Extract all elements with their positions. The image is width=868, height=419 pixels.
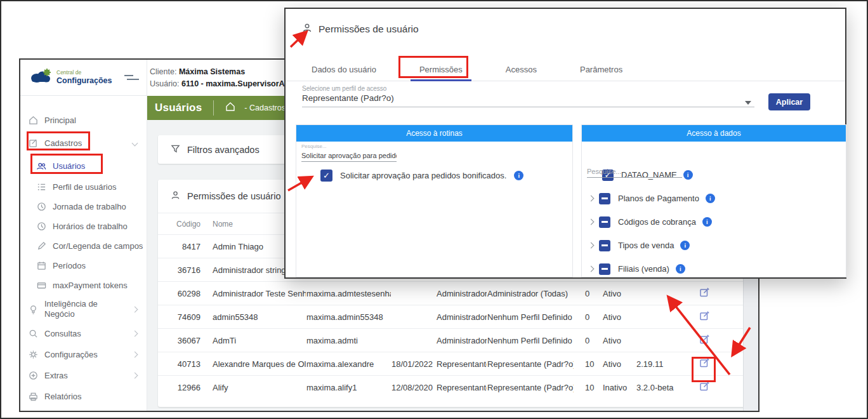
app-logo: Central de Configurações: [20, 60, 147, 96]
data-access-tree: DATAO_NAME Planos de Pagamento Códigos d…: [582, 163, 846, 277]
chevron-right-icon[interactable]: [588, 196, 595, 202]
tree-item-codigos-de-cobranca: Códigos de cobrança: [582, 210, 846, 234]
checkbox-indeterminate[interactable]: [599, 216, 610, 228]
col-codigo: Código: [158, 213, 212, 235]
sidebar-nav: Principal Cadastros Usuários Perfil de u…: [20, 96, 147, 407]
routine-permission-item: Solicitar aprovação para pedidos bonific…: [320, 170, 523, 182]
client-label: Cliente:: [150, 67, 176, 76]
edit-user-button[interactable]: [699, 334, 710, 347]
search-field-label: Pesquise...: [301, 143, 397, 149]
sidebar-item-cadastros[interactable]: Cadastros: [20, 131, 147, 154]
calendar-icon: [36, 261, 46, 271]
sidebar-item-jornada-de-trabalho[interactable]: Jornada de trabalho: [20, 197, 147, 216]
info-icon[interactable]: [676, 264, 685, 274]
sidebar-item-maxpayment-tokens[interactable]: maxPayment tokens: [20, 276, 147, 295]
page-title: Usuários: [155, 102, 202, 114]
checkbox-indeterminate[interactable]: [599, 193, 610, 204]
table-row[interactable]: 60298Administrador Teste Senhamaxima.adm…: [158, 282, 745, 305]
chevron-right-icon[interactable]: [588, 266, 595, 272]
clock-icon: [36, 202, 46, 212]
tree-item-planos-de-pagamento: Planos de Pagamento: [582, 187, 846, 210]
sidebar-item-configuracoes[interactable]: Configurações: [20, 344, 147, 365]
table-row[interactable]: 36067AdmTimaxima.admtiAdministradorNenhu…: [158, 329, 745, 352]
data-panel-header: Acesso à dados: [582, 125, 846, 142]
user-permissions-modal: Permissões de usuário Dados do usuário P…: [284, 8, 846, 279]
info-icon[interactable]: [702, 217, 712, 227]
modal-title-row: Permissões de usuário: [302, 23, 419, 36]
checkbox-indeterminate[interactable]: [599, 263, 610, 275]
sidebar-item-perfil-de-usuarios[interactable]: Perfil de usuários: [20, 177, 147, 197]
tree-item-filiais-venda: Filiais (venda): [582, 257, 846, 277]
sidebar-item-inteligencia-de-negocio[interactable]: Inteligência de Negócio: [20, 295, 147, 323]
users-icon: [36, 161, 46, 171]
info-icon[interactable]: [680, 241, 690, 250]
table-row[interactable]: 74609admin55348maxima.admin55348Administ…: [158, 305, 745, 329]
client-value: Máxima Sistemas: [179, 67, 245, 76]
search-icon: [28, 329, 38, 339]
person-icon: [171, 190, 180, 202]
plus-circle-icon: [28, 371, 38, 381]
filters-title: Filtros avançados: [187, 145, 260, 155]
table-row[interactable]: 12966Alifymaxima.alify112/08/2020Represe…: [158, 376, 745, 399]
logo-text-top: Central de: [56, 69, 112, 76]
data-search-input[interactable]: [587, 166, 682, 178]
chevron-down-icon: [132, 140, 138, 146]
sidebar-item-consultas[interactable]: Consultas: [20, 323, 147, 344]
tab-parametros[interactable]: Parâmetros: [571, 57, 631, 81]
chevron-right-icon: [132, 306, 138, 312]
info-icon[interactable]: [706, 194, 715, 203]
printer-icon: [28, 392, 38, 402]
card-title: Permissões de usuário: [187, 191, 281, 201]
pencil-icon: [36, 241, 46, 251]
modal-title: Permissões de usuário: [319, 23, 419, 35]
tab-dados-do-usuario[interactable]: Dados do usuário: [312, 57, 385, 81]
tree-item-tipos-de-venda: Tipos de venda: [582, 234, 846, 257]
clock-icon: [36, 222, 46, 232]
token-card-icon: [36, 281, 46, 291]
routines-panel-header: Acesso à rotinas: [296, 125, 572, 142]
chevron-right-icon[interactable]: [588, 243, 595, 249]
checkbox-indeterminate[interactable]: [599, 240, 610, 251]
info-icon[interactable]: [683, 170, 693, 180]
sidebar-item-periodos[interactable]: Períodos: [20, 256, 147, 276]
screenshot-canvas: Central de Configurações Principal Cadas…: [0, 0, 868, 419]
home-icon[interactable]: [225, 102, 235, 114]
routine-permission-label: Solicitar aprovação para pedidos bonific…: [340, 171, 506, 180]
home-icon: [28, 115, 38, 125]
table-row[interactable]: 40713Alexandre Marques de Oliveiramaxima…: [158, 352, 745, 376]
edit-user-button[interactable]: [699, 381, 710, 394]
sidebar-item-usuarios[interactable]: Usuários: [20, 154, 147, 177]
chevron-right-icon: [132, 331, 138, 337]
dropdown-caret-icon[interactable]: [745, 101, 751, 105]
routines-access-panel: Acesso à rotinas Pesquise... Solicitar a…: [296, 124, 573, 277]
profile-select-label: Selecione um perfil de acesso: [302, 85, 386, 92]
edit-user-button[interactable]: [699, 287, 710, 300]
funnel-icon: [171, 144, 180, 156]
edit-user-button[interactable]: [699, 310, 710, 323]
bulb-icon: [28, 304, 38, 314]
divider: [213, 100, 214, 116]
sidebar-item-principal[interactable]: Principal: [20, 109, 147, 131]
checkbox-checked[interactable]: [320, 170, 332, 182]
edit-user-button[interactable]: [699, 357, 710, 370]
select-underline: [302, 107, 754, 107]
chevron-right-icon[interactable]: [588, 219, 595, 225]
profile-select[interactable]: Representante (Padr?o): [302, 93, 394, 103]
sidebar-item-cor-legenda-de-campos[interactable]: Cor/Legenda de campos: [20, 236, 147, 256]
modal-tabs: Dados do usuário Permissões Acessos Parâ…: [286, 57, 845, 81]
info-icon[interactable]: [514, 171, 523, 180]
sidebar-item-relatorios[interactable]: Relatórios: [20, 386, 147, 407]
sidebar-item-extras[interactable]: Extras: [20, 365, 147, 386]
gear-icon: [28, 350, 38, 360]
tab-acessos[interactable]: Acessos: [497, 57, 546, 81]
logo-text-bottom: Configurações: [56, 76, 112, 86]
sidebar-item-horarios-de-trabalho[interactable]: Horários de trabalho: [20, 216, 147, 236]
apply-button[interactable]: Aplicar: [768, 93, 810, 110]
routines-search-input[interactable]: [301, 150, 397, 162]
chevron-right-icon: [132, 352, 138, 358]
data-access-panel: Acesso à dados DATAO_NAME Planos de Paga…: [581, 124, 846, 277]
form-icon: [28, 138, 38, 148]
sidebar-toggle-button[interactable]: [127, 75, 139, 80]
data-search-field: [587, 165, 682, 178]
tab-permissoes[interactable]: Permissões: [411, 57, 471, 81]
